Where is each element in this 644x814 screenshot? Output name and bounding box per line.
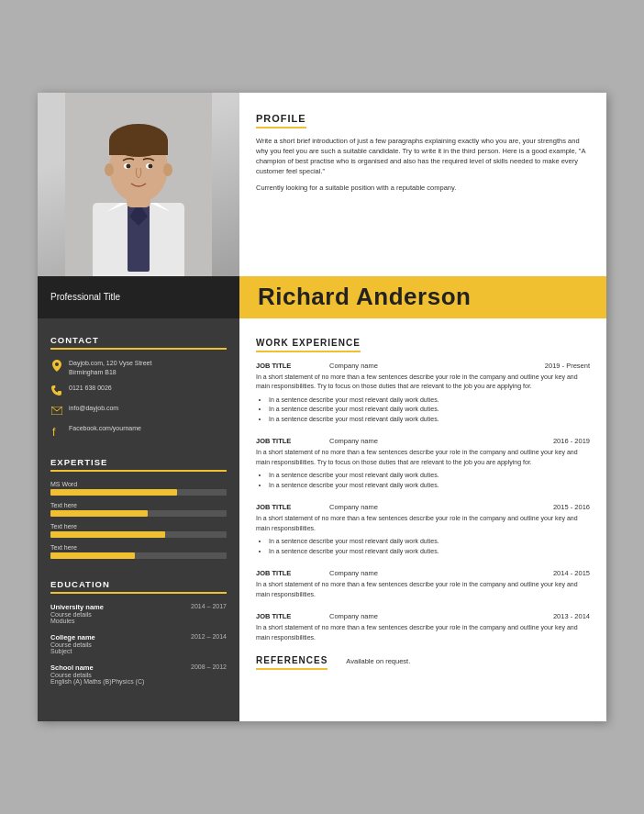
bullet-0-0: In a sentence describe your most relevan…	[269, 396, 590, 406]
edu-detail-2-1: English (A) Maths (B)Physics (C)	[50, 678, 227, 685]
main-content: WORK EXPERIENCE JOB TITLE Company name 2…	[239, 318, 606, 722]
job-header-0: JOB TITLE Company name 2019 - Present	[256, 362, 590, 370]
bullet-0-1: In a sentence describe your most relevan…	[269, 405, 590, 415]
expertise-label-3: Text here	[50, 544, 227, 551]
edu-detail-1-0: Course details	[50, 641, 227, 648]
contact-facebook: f Facebook.com/yourname	[50, 424, 227, 437]
contact-title: CONTACT	[50, 335, 227, 350]
job-company-0: Company name	[329, 362, 536, 370]
expertise-bar-fill-0	[50, 489, 177, 496]
edu-year-2: 2008 – 2012	[191, 663, 227, 672]
contact-address-text: Dayjob.com, 120 Vyse StreetBirmingham B1…	[69, 359, 151, 377]
photo-area	[38, 93, 239, 276]
edu-name-1: College name	[50, 633, 95, 641]
job-company-2: Company name	[329, 503, 544, 511]
job-desc-4: In a short statement of no more than a f…	[256, 623, 590, 642]
expertise-label-2: Text here	[50, 523, 227, 530]
edu-detail-0-1: Modules	[50, 618, 227, 624]
expertise-item-3: Text here	[50, 544, 227, 559]
references-text: Available on request.	[346, 657, 410, 665]
job-company-4: Company name	[329, 612, 544, 620]
profile-text: Write a short brief introduction of just…	[256, 136, 590, 193]
job-title-1: JOB TITLE	[256, 437, 320, 445]
expertise-item-0: MS Word	[50, 481, 227, 496]
contact-email: info@dayjob.com	[50, 404, 227, 417]
job-bullets-1: In a sentence describe your most relevan…	[256, 471, 590, 490]
email-icon	[50, 405, 62, 417]
contact-phone-text: 0121 638 0026	[69, 384, 112, 393]
contact-email-text: info@dayjob.com	[69, 404, 118, 413]
svg-text:f: f	[52, 426, 56, 437]
bullet-2-0: In a sentence describe your most relevan…	[269, 537, 590, 547]
location-icon	[50, 360, 62, 372]
job-dates-1: 2016 - 2019	[553, 437, 590, 445]
job-desc-2: In a short statement of no more than a f…	[256, 514, 590, 533]
expertise-section: EXPERTISE MS Word Text here Text here	[50, 457, 227, 559]
edu-detail-1-1: Subject	[50, 648, 227, 654]
job-1: JOB TITLE Company name 2016 - 2019 In a …	[256, 437, 590, 490]
contact-phone: 0121 638 0026	[50, 384, 227, 396]
job-dates-2: 2015 - 2016	[553, 503, 590, 511]
expertise-bar-bg-1	[50, 510, 227, 517]
expertise-item-2: Text here	[50, 523, 227, 538]
job-desc-0: In a short statement of no more than a f…	[256, 373, 590, 392]
bullet-0-2: In a sentence describe your most relevan…	[269, 415, 590, 425]
svg-point-15	[149, 163, 153, 168]
phone-icon	[50, 385, 62, 396]
job-header-4: JOB TITLE Company name 2013 - 2014	[256, 612, 590, 620]
profile-photo	[38, 93, 239, 276]
job-title-3: JOB TITLE	[256, 569, 320, 577]
contact-section: CONTACT Dayjob.com, 120 Vyse StreetBirmi…	[50, 335, 227, 438]
svg-point-10	[105, 163, 114, 176]
job-desc-3: In a short statement of no more than a f…	[256, 580, 590, 599]
job-0: JOB TITLE Company name 2019 - Present In…	[256, 362, 590, 425]
bullet-1-1: In a sentence describe your most relevan…	[269, 481, 590, 491]
professional-title-bar: Professional Title	[38, 276, 239, 318]
profile-area: PROFILE Write a short brief introduction…	[239, 93, 606, 276]
expertise-bar-bg-3	[50, 552, 227, 559]
work-experience-title: WORK EXPERIENCE	[256, 338, 361, 352]
cv-page: PROFILE Write a short brief introduction…	[38, 93, 606, 722]
sidebar: CONTACT Dayjob.com, 120 Vyse StreetBirmi…	[38, 318, 239, 722]
job-4: JOB TITLE Company name 2013 - 2014 In a …	[256, 612, 590, 642]
name-bar-right: Richard Anderson	[239, 276, 606, 318]
expertise-bar-fill-1	[50, 510, 148, 517]
job-title-4: JOB TITLE	[256, 612, 320, 620]
contact-facebook-text: Facebook.com/yourname	[69, 424, 141, 433]
job-title-2: JOB TITLE	[256, 503, 320, 511]
job-header-1: JOB TITLE Company name 2016 - 2019	[256, 437, 590, 445]
bullet-1-0: In a sentence describe your most relevan…	[269, 471, 590, 481]
expertise-bar-bg-2	[50, 531, 227, 538]
education-title: EDUCATION	[50, 579, 227, 594]
education-section: EDUCATION University name 2014 – 2017 Co…	[50, 579, 227, 685]
svg-rect-9	[109, 140, 168, 155]
job-company-1: Company name	[329, 437, 544, 445]
bullet-2-1: In a sentence describe your most relevan…	[269, 547, 590, 557]
references-section: REFERENCES Available on request.	[256, 655, 590, 670]
expertise-label-1: Text here	[50, 502, 227, 508]
profile-paragraph-2: Currently looking for a suitable positio…	[256, 183, 590, 193]
edu-item-0: University name 2014 – 2017 Course detai…	[50, 603, 227, 624]
job-dates-0: 2019 - Present	[545, 362, 590, 370]
expertise-bar-fill-3	[50, 552, 135, 559]
edu-item-1: College name 2012 – 2014 Course details …	[50, 633, 227, 654]
edu-detail-2-0: Course details	[50, 672, 227, 678]
job-dates-4: 2013 - 2014	[553, 612, 590, 620]
edu-year-0: 2014 – 2017	[191, 603, 227, 611]
professional-title-text: Professional Title	[50, 292, 120, 302]
profile-paragraph-1: Write a short brief introduction of just…	[256, 136, 590, 177]
expertise-item-1: Text here	[50, 502, 227, 517]
job-bullets-0: In a sentence describe your most relevan…	[256, 396, 590, 425]
edu-name-2: School name	[50, 663, 94, 672]
expertise-title: EXPERTISE	[50, 457, 227, 472]
job-header-2: JOB TITLE Company name 2015 - 2016	[256, 503, 590, 511]
job-2: JOB TITLE Company name 2015 - 2016 In a …	[256, 503, 590, 556]
expertise-bar-fill-2	[50, 531, 165, 538]
job-header-3: JOB TITLE Company name 2014 - 2015	[256, 569, 590, 577]
facebook-icon: f	[50, 425, 62, 437]
job-bullets-2: In a sentence describe your most relevan…	[256, 537, 590, 556]
job-dates-3: 2014 - 2015	[553, 569, 590, 577]
top-section: PROFILE Write a short brief introduction…	[38, 93, 606, 276]
job-company-3: Company name	[329, 569, 544, 577]
expertise-label-0: MS Word	[50, 481, 227, 487]
